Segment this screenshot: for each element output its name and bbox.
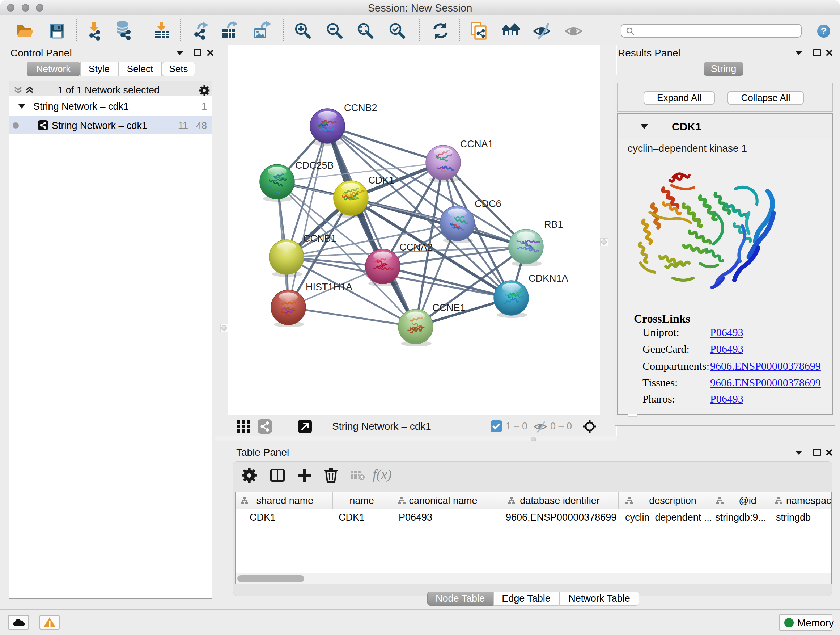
- svg-text:CCNA2: CCNA2: [399, 242, 433, 253]
- svg-text:CCNA1: CCNA1: [460, 139, 493, 149]
- svg-text:CCNE1: CCNE1: [432, 302, 466, 313]
- svg-text:HIST1H1A: HIST1H1A: [306, 282, 352, 293]
- svg-text:CDKN1A: CDKN1A: [529, 273, 568, 284]
- svg-text:CDC6: CDC6: [475, 198, 501, 209]
- svg-text:CCNB1: CCNB1: [303, 233, 336, 244]
- svg-text:CDK1: CDK1: [368, 175, 394, 186]
- svg-text:CCNB2: CCNB2: [344, 103, 377, 113]
- svg-text:CDC25B: CDC25B: [295, 160, 334, 171]
- svg-text:RB1: RB1: [544, 219, 563, 230]
